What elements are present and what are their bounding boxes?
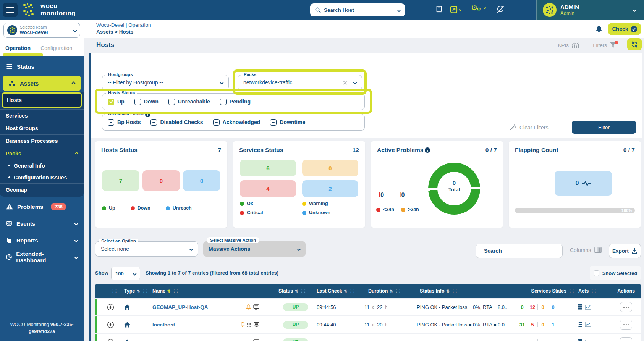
checkbox-downtime[interactable]: Downtime xyxy=(270,119,305,126)
sidebar-item-problems[interactable]: Problems 236 xyxy=(0,198,84,215)
checkbox-bp-hosts[interactable]: Bp Hosts xyxy=(108,119,141,126)
column-header-services-states[interactable]: Services States⋮⋮ xyxy=(517,288,574,294)
refresh-button[interactable] xyxy=(627,38,642,50)
sort-icon[interactable]: ⇅ xyxy=(344,289,347,293)
table-row[interactable]: r1.a3sec.com UP 09:44:34 11d22h PING OK … xyxy=(95,334,641,341)
sort-active-icon[interactable]: ⇅ xyxy=(167,289,170,293)
breadcrumb-realm[interactable]: Wocu-Devel | Operation xyxy=(96,22,644,28)
flapping-value-pill[interactable]: 0 xyxy=(555,171,612,196)
sidebar-item-extended-dashboard[interactable]: Extended-Dashboard xyxy=(0,249,84,265)
column-header-duration[interactable]: Duration⇅⋮⋮ xyxy=(364,288,416,294)
column-header-status-info[interactable]: Status Info⇅⋮⋮ xyxy=(416,288,517,294)
checkbox-pending[interactable]: Pending xyxy=(220,99,251,105)
drag-handle-icon[interactable]: ⋮⋮ xyxy=(395,289,401,293)
drag-handle-icon[interactable]: ⋮⋮ xyxy=(111,289,117,293)
column-header-last-check[interactable]: Last Check⇅⋮⋮ xyxy=(313,288,364,294)
info-icon[interactable]: i xyxy=(145,112,150,117)
sidebar-item-events[interactable]: Events xyxy=(0,215,84,232)
host-search-input[interactable] xyxy=(324,7,395,13)
drag-handle-icon[interactable]: ⋮⋮ xyxy=(591,289,597,293)
unknown-count[interactable]: 1 xyxy=(548,322,558,328)
critical-count[interactable]: 12 xyxy=(527,304,537,310)
column-header-type[interactable]: Type⇅⋮⋮ xyxy=(120,288,149,294)
column-header-name[interactable]: Name⇅⋮⋮ xyxy=(149,288,236,294)
show-selected-toggle[interactable]: Show Selected xyxy=(590,266,641,280)
sort-icon[interactable]: ⇅ xyxy=(447,289,450,293)
table-search-box[interactable] xyxy=(476,244,563,258)
row-actions-button[interactable] xyxy=(620,320,632,330)
drag-handle-icon[interactable]: ⋮⋮ xyxy=(142,289,148,293)
settings-button[interactable]: ⚙⚙ xyxy=(471,4,486,11)
kpis-toggle[interactable]: KPIs xyxy=(558,42,579,48)
sidebar-item-host-groups[interactable]: Host Groups xyxy=(0,122,84,134)
info-icon[interactable]: i xyxy=(425,147,430,153)
sidebar-item-geomap[interactable]: Geomap xyxy=(0,183,84,196)
host-name-link[interactable]: localhost xyxy=(152,322,175,328)
metrics-graph-icon[interactable] xyxy=(585,339,591,341)
row-actions-button[interactable] xyxy=(620,302,632,312)
critical-count[interactable]: 1 xyxy=(527,339,537,341)
expand-row-icon[interactable] xyxy=(107,321,114,328)
ok-count[interactable]: 0 xyxy=(517,304,527,310)
auto-refresh-toggle[interactable] xyxy=(496,5,505,14)
services-unknown-count[interactable]: 2 xyxy=(302,180,358,197)
table-row[interactable]: localhost UP 09:44:40 11d20h PING OK - P… xyxy=(95,316,641,333)
sidebar-item-business-processes[interactable]: Business Processes xyxy=(0,134,84,147)
sidebar-item-hosts[interactable]: Hosts xyxy=(2,92,82,108)
sort-icon[interactable]: ⇅ xyxy=(295,289,298,293)
ok-count[interactable]: 31 xyxy=(517,322,527,328)
host-search-combobox[interactable] xyxy=(310,3,405,16)
sidebar-item-assets[interactable]: Assets xyxy=(3,76,81,91)
services-list-icon[interactable] xyxy=(578,304,582,310)
filters-toggle[interactable]: Filters xyxy=(593,42,616,48)
table-row[interactable]: GEOMAP_UP-Host-QA UP 09:44:56 11d22h PIN… xyxy=(95,299,641,315)
checkbox-acknowledged[interactable]: Acknowledged xyxy=(213,119,261,126)
row-actions-button[interactable] xyxy=(620,337,632,341)
host-name-link[interactable]: GEOMAP_UP-Host-QA xyxy=(152,304,208,310)
critical-count[interactable]: 5 xyxy=(527,322,537,328)
checkbox-disabled-checks[interactable]: Disabled Checks xyxy=(150,119,203,126)
sort-icon[interactable]: ⇅ xyxy=(137,289,140,293)
clear-filters-button[interactable]: Clear Filters xyxy=(509,124,548,131)
tab-configuration[interactable]: Configuration xyxy=(40,45,72,51)
drag-handle-icon[interactable]: ⋮⋮ xyxy=(300,289,306,293)
export-button[interactable]: Export xyxy=(609,244,641,258)
realm-selector[interactable]: Selected Realm wocu-devel xyxy=(3,23,80,38)
apply-filter-button[interactable]: Filter xyxy=(572,121,636,134)
services-list-icon[interactable] xyxy=(578,322,582,327)
sidebar-item-status[interactable]: Status xyxy=(0,58,84,75)
unknown-count[interactable]: 0 xyxy=(548,304,558,310)
expand-row-icon[interactable] xyxy=(107,304,114,311)
user-menu[interactable]: ADMIN Admin xyxy=(536,0,644,20)
unknown-count[interactable]: 0 xyxy=(548,339,558,341)
option-select[interactable]: Select an Option Select none xyxy=(95,241,198,257)
external-tools-button[interactable] xyxy=(450,6,461,13)
check-button[interactable]: Check xyxy=(608,23,641,35)
checkbox-down[interactable]: Down xyxy=(134,99,159,105)
metrics-graph-icon[interactable] xyxy=(585,304,591,310)
warning-count[interactable]: 0 xyxy=(538,304,548,310)
services-warning-count[interactable]: 0 xyxy=(302,160,358,176)
sidebar-item-reports[interactable]: Reports xyxy=(0,232,84,249)
per-page-select[interactable]: 100 xyxy=(111,267,140,280)
breadcrumb[interactable]: Assets > Hosts xyxy=(96,29,644,35)
expand-row-icon[interactable] xyxy=(107,339,114,341)
packs-select[interactable]: Packs networkdevice-traffic xyxy=(238,75,362,90)
ok-count[interactable]: 3 xyxy=(517,339,527,341)
checkbox-unreachable[interactable]: Unreachable xyxy=(168,99,210,105)
sidebar-item-packs[interactable]: Packs xyxy=(0,147,84,160)
sidebar-item-configuration-issues[interactable]: Configuration Issues xyxy=(0,171,84,183)
hosts-unreach-count[interactable]: 0 xyxy=(183,170,220,191)
host-name-link[interactable]: r1.a3sec.com xyxy=(152,339,185,341)
column-header-acts[interactable]: Acts⋮⋮ xyxy=(574,288,599,294)
warning-count[interactable]: 0 xyxy=(538,322,548,328)
massive-actions-select[interactable]: Select Massive Action Massive Actions xyxy=(203,241,306,257)
warning-count[interactable]: 0 xyxy=(538,339,548,341)
checkbox-up[interactable]: Up xyxy=(108,99,125,105)
drag-handle-icon[interactable]: ⋮⋮ xyxy=(451,289,458,293)
tab-operation[interactable]: Operation xyxy=(5,45,31,51)
services-list-icon[interactable] xyxy=(578,339,582,341)
menu-toggle-button[interactable] xyxy=(3,3,18,17)
sidebar-item-services[interactable]: Services xyxy=(0,109,84,122)
services-critical-count[interactable]: 4 xyxy=(240,180,296,197)
